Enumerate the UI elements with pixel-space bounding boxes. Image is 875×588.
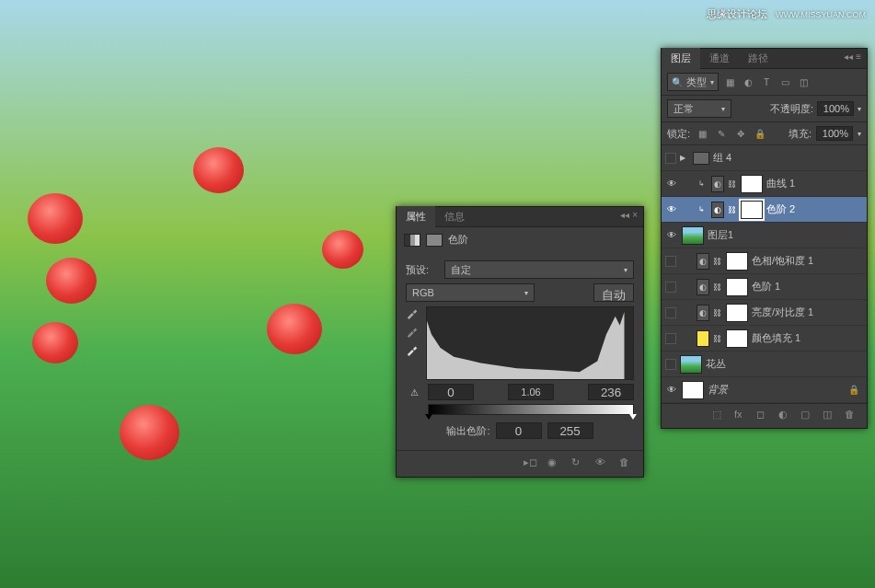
layer-thumbnail[interactable] <box>682 381 704 399</box>
link-icon[interactable]: ⛓ <box>713 257 722 266</box>
visibility-eye-icon[interactable]: 👁 <box>665 229 678 242</box>
layer-name[interactable]: 曲线 1 <box>766 177 863 190</box>
tab-layers[interactable]: 图层 <box>662 48 700 69</box>
clip-to-layer-icon[interactable]: ▸◻ <box>524 456 538 471</box>
output-white-field[interactable] <box>547 422 593 439</box>
filter-kind-select[interactable]: 🔍 类型 ▾ <box>667 73 719 91</box>
output-gradient[interactable] <box>428 404 634 415</box>
black-slider-handle[interactable] <box>425 414 432 420</box>
layer-adjustment[interactable]: 👁 ↳ ◐ ⛓ 曲线 1 <box>662 171 867 197</box>
layer-name[interactable]: 色相/饱和度 1 <box>752 254 863 268</box>
expand-icon[interactable]: ▶ <box>680 154 689 162</box>
layer-name[interactable]: 色阶 1 <box>752 280 863 294</box>
trash-icon[interactable]: 🗑 <box>619 456 634 471</box>
panel-menu-icon[interactable]: ◂◂ ≡ <box>844 52 861 62</box>
layer-fill[interactable]: ⛓ 颜色填充 1 <box>662 326 867 352</box>
layer-image[interactable]: 👁 图层1 <box>662 223 867 248</box>
input-gamma-field[interactable]: 1.06 <box>508 384 554 400</box>
new-layer-icon[interactable]: ◫ <box>823 409 837 423</box>
lock-position-icon[interactable]: ✥ <box>733 127 748 140</box>
layer-name[interactable]: 亮度/对比度 1 <box>752 306 863 319</box>
rose-decoration <box>32 322 78 363</box>
reset-icon[interactable]: ↻ <box>571 456 586 471</box>
layer-adjustment[interactable]: ◐ ⛓ 色相/饱和度 1 <box>662 248 867 274</box>
new-adjustment-icon[interactable]: ◐ <box>778 409 793 423</box>
mask-thumbnail[interactable] <box>726 329 748 348</box>
black-eyedropper-icon[interactable] <box>406 306 420 321</box>
layer-name[interactable]: 图层1 <box>708 228 863 242</box>
lock-all-icon[interactable]: 🔒 <box>753 127 767 140</box>
mask-thumbnail[interactable] <box>741 175 763 193</box>
lock-transparency-icon[interactable]: ▦ <box>695 127 709 140</box>
visibility-checkbox[interactable] <box>665 307 676 318</box>
link-icon[interactable]: ⛓ <box>728 179 737 189</box>
fill-field[interactable]: 100% <box>816 126 853 141</box>
visibility-checkbox[interactable] <box>665 333 676 344</box>
opacity-field[interactable]: 100% <box>817 101 854 116</box>
visibility-eye-icon[interactable]: 👁 <box>665 203 678 216</box>
white-slider-handle[interactable] <box>629 414 637 420</box>
gray-eyedropper-icon[interactable] <box>406 325 420 340</box>
visibility-icon[interactable]: 👁 <box>595 456 610 471</box>
lock-icon: 🔒 <box>848 385 859 395</box>
filter-type-icon[interactable]: T <box>759 75 774 88</box>
output-black-field[interactable] <box>496 422 542 439</box>
blend-mode-select[interactable]: 正常 ▾ <box>667 99 731 118</box>
layer-style-icon[interactable]: fx <box>734 409 749 423</box>
mask-thumbnail[interactable] <box>726 278 748 296</box>
layer-image[interactable]: 花丛 <box>662 352 867 377</box>
link-layers-icon[interactable]: ⬚ <box>712 409 727 423</box>
link-icon[interactable]: ⛓ <box>713 308 722 317</box>
auto-button[interactable]: 自动 <box>593 283 634 302</box>
link-icon[interactable]: ⛓ <box>713 282 722 292</box>
previous-state-icon[interactable]: ◉ <box>547 456 562 471</box>
layer-adjustment[interactable]: ◐ ⛓ 亮度/对比度 1 <box>662 300 867 326</box>
lock-pixels-icon[interactable]: ✎ <box>714 127 729 140</box>
histogram[interactable] <box>426 306 634 380</box>
clip-warning-icon[interactable]: ⚠ <box>406 387 422 398</box>
add-mask-icon[interactable]: ◻ <box>756 409 771 423</box>
mask-thumbnail[interactable] <box>726 252 748 271</box>
tab-properties[interactable]: 属性 <box>397 206 435 227</box>
visibility-eye-icon[interactable]: 👁 <box>665 384 678 397</box>
visibility-checkbox[interactable] <box>665 359 676 370</box>
layer-name[interactable]: 色阶 2 <box>766 202 863 216</box>
input-white-field[interactable] <box>588 384 634 400</box>
preset-select[interactable]: 自定 ▾ <box>444 260 634 279</box>
adjustment-header: 色阶 <box>397 227 643 252</box>
delete-layer-icon[interactable]: 🗑 <box>845 409 859 423</box>
layer-adjustment-selected[interactable]: 👁 ↳ ◐ ⛓ 色阶 2 <box>662 197 867 223</box>
adjustment-title: 色阶 <box>448 233 468 247</box>
filter-shape-icon[interactable]: ▭ <box>777 75 792 88</box>
input-black-field[interactable] <box>428 384 474 400</box>
layer-name[interactable]: 组 4 <box>713 151 863 165</box>
tab-info[interactable]: 信息 <box>435 206 474 227</box>
visibility-checkbox[interactable] <box>665 256 676 267</box>
panel-menu-icon[interactable]: ◂◂ × <box>620 210 638 220</box>
mask-thumbnail[interactable] <box>741 201 763 219</box>
tab-paths[interactable]: 路径 <box>739 48 777 69</box>
visibility-checkbox[interactable] <box>665 282 676 293</box>
layer-background[interactable]: 👁 背景 🔒 <box>662 377 867 403</box>
layer-name[interactable]: 颜色填充 1 <box>752 331 863 345</box>
rose-decoration <box>193 147 244 193</box>
visibility-eye-icon[interactable]: 👁 <box>665 178 678 190</box>
link-icon[interactable]: ⛓ <box>728 205 737 214</box>
filter-adjustment-icon[interactable]: ◐ <box>741 75 755 88</box>
mask-thumbnail[interactable] <box>726 304 748 322</box>
watermark-url: WWW.MISSYUAN.COM <box>776 10 866 19</box>
layer-group[interactable]: ▶ 组 4 <box>662 145 867 171</box>
filter-smart-icon[interactable]: ◫ <box>796 75 811 88</box>
visibility-checkbox[interactable] <box>665 153 676 164</box>
tab-channels[interactable]: 通道 <box>700 48 739 69</box>
new-group-icon[interactable]: ▢ <box>800 409 815 423</box>
layer-adjustment[interactable]: ◐ ⛓ 色阶 1 <box>662 274 867 300</box>
layer-name[interactable]: 花丛 <box>706 357 863 371</box>
layer-name[interactable]: 背景 <box>708 383 845 397</box>
layer-thumbnail[interactable] <box>682 226 704 245</box>
link-icon[interactable]: ⛓ <box>713 334 722 343</box>
filter-pixel-icon[interactable]: ▦ <box>722 75 737 88</box>
white-eyedropper-icon[interactable] <box>406 343 420 358</box>
layer-thumbnail[interactable] <box>680 355 702 374</box>
channel-select[interactable]: RGB ▾ <box>406 283 535 302</box>
